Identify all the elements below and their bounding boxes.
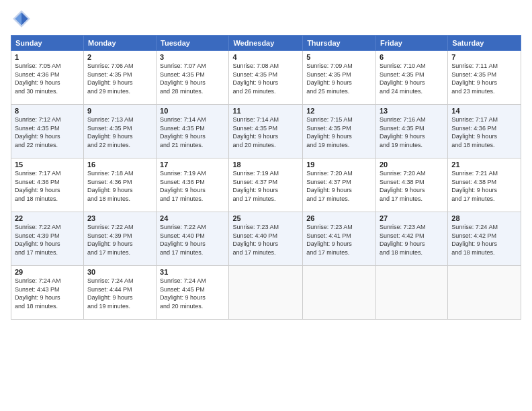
week-row-4: 22Sunrise: 7:22 AMSunset: 4:39 PMDayligh…: [11, 212, 521, 266]
day-cell: 20Sunrise: 7:20 AMSunset: 4:38 PMDayligh…: [375, 158, 447, 212]
day-cell: [375, 266, 447, 320]
day-cell: 3Sunrise: 7:07 AMSunset: 4:35 PMDaylight…: [157, 51, 229, 105]
day-cell: 4Sunrise: 7:08 AMSunset: 4:35 PMDaylight…: [229, 51, 303, 105]
day-cell: 28Sunrise: 7:24 AMSunset: 4:42 PMDayligh…: [448, 212, 521, 266]
week-row-2: 8Sunrise: 7:12 AMSunset: 4:35 PMDaylight…: [11, 105, 521, 158]
col-header-sunday: Sunday: [11, 36, 84, 51]
page: SundayMondayTuesdayWednesdayThursdayFrid…: [0, 0, 532, 411]
day-info: Sunrise: 7:18 AMSunset: 4:36 PMDaylight:…: [87, 169, 152, 203]
day-info: Sunrise: 7:24 AMSunset: 4:42 PMDaylight:…: [451, 223, 517, 257]
day-cell: 12Sunrise: 7:15 AMSunset: 4:35 PMDayligh…: [303, 105, 376, 158]
col-header-thursday: Thursday: [303, 36, 376, 51]
day-cell: 6Sunrise: 7:10 AMSunset: 4:35 PMDaylight…: [375, 51, 447, 105]
day-info: Sunrise: 7:22 AMSunset: 4:39 PMDaylight:…: [15, 223, 80, 257]
day-number: 7: [451, 53, 517, 61]
day-cell: 1Sunrise: 7:05 AMSunset: 4:36 PMDaylight…: [11, 51, 84, 105]
day-info: Sunrise: 7:23 AMSunset: 4:42 PMDaylight:…: [380, 223, 444, 257]
day-info: Sunrise: 7:21 AMSunset: 4:38 PMDaylight:…: [451, 169, 517, 203]
day-cell: 18Sunrise: 7:19 AMSunset: 4:37 PMDayligh…: [229, 158, 303, 212]
col-header-monday: Monday: [83, 36, 156, 51]
day-cell: 17Sunrise: 7:19 AMSunset: 4:36 PMDayligh…: [157, 158, 229, 212]
day-number: 29: [15, 268, 80, 276]
day-number: 22: [15, 214, 80, 222]
day-cell: 26Sunrise: 7:23 AMSunset: 4:41 PMDayligh…: [303, 212, 376, 266]
day-number: 13: [380, 107, 444, 115]
col-header-friday: Friday: [375, 36, 447, 51]
day-number: 10: [160, 107, 225, 115]
day-cell: 23Sunrise: 7:22 AMSunset: 4:39 PMDayligh…: [83, 212, 156, 266]
day-info: Sunrise: 7:24 AMSunset: 4:45 PMDaylight:…: [160, 277, 225, 310]
day-cell: 2Sunrise: 7:06 AMSunset: 4:35 PMDaylight…: [83, 51, 156, 105]
day-cell: 31Sunrise: 7:24 AMSunset: 4:45 PMDayligh…: [157, 266, 229, 320]
day-number: 19: [306, 161, 372, 169]
calendar-table: SundayMondayTuesdayWednesdayThursdayFrid…: [11, 35, 521, 320]
day-number: 8: [15, 107, 80, 115]
day-cell: 15Sunrise: 7:17 AMSunset: 4:36 PMDayligh…: [11, 158, 84, 212]
day-cell: 19Sunrise: 7:20 AMSunset: 4:37 PMDayligh…: [303, 158, 376, 212]
day-info: Sunrise: 7:11 AMSunset: 4:35 PMDaylight:…: [451, 62, 517, 95]
day-info: Sunrise: 7:12 AMSunset: 4:35 PMDaylight:…: [15, 116, 80, 149]
day-number: 6: [380, 53, 444, 61]
day-info: Sunrise: 7:09 AMSunset: 4:35 PMDaylight:…: [306, 62, 372, 95]
day-cell: 30Sunrise: 7:24 AMSunset: 4:44 PMDayligh…: [83, 266, 156, 320]
day-cell: 5Sunrise: 7:09 AMSunset: 4:35 PMDaylight…: [303, 51, 376, 105]
day-number: 15: [15, 161, 80, 169]
day-number: 4: [232, 53, 299, 61]
day-number: 3: [160, 53, 225, 61]
day-number: 16: [87, 161, 152, 169]
day-info: Sunrise: 7:24 AMSunset: 4:44 PMDaylight:…: [87, 277, 152, 310]
day-cell: 22Sunrise: 7:22 AMSunset: 4:39 PMDayligh…: [11, 212, 84, 266]
day-cell: 16Sunrise: 7:18 AMSunset: 4:36 PMDayligh…: [83, 158, 156, 212]
day-number: 30: [87, 268, 152, 276]
day-cell: 24Sunrise: 7:22 AMSunset: 4:40 PMDayligh…: [157, 212, 229, 266]
day-number: 31: [160, 268, 225, 276]
day-cell: 10Sunrise: 7:14 AMSunset: 4:35 PMDayligh…: [157, 105, 229, 158]
logo-icon: [11, 8, 32, 30]
day-info: Sunrise: 7:24 AMSunset: 4:43 PMDaylight:…: [15, 277, 80, 310]
day-info: Sunrise: 7:22 AMSunset: 4:39 PMDaylight:…: [87, 223, 152, 257]
day-cell: [229, 266, 303, 320]
day-number: 14: [451, 107, 517, 115]
day-number: 11: [232, 107, 299, 115]
day-cell: [303, 266, 376, 320]
day-info: Sunrise: 7:16 AMSunset: 4:35 PMDaylight:…: [380, 116, 444, 149]
day-cell: 14Sunrise: 7:17 AMSunset: 4:36 PMDayligh…: [448, 105, 521, 158]
col-header-wednesday: Wednesday: [229, 36, 303, 51]
day-number: 2: [87, 53, 152, 61]
header: [11, 8, 521, 30]
day-cell: 21Sunrise: 7:21 AMSunset: 4:38 PMDayligh…: [448, 158, 521, 212]
day-number: 25: [232, 214, 299, 222]
day-number: 24: [160, 214, 225, 222]
day-info: Sunrise: 7:23 AMSunset: 4:40 PMDaylight:…: [232, 223, 299, 257]
day-number: 9: [87, 107, 152, 115]
day-info: Sunrise: 7:17 AMSunset: 4:36 PMDaylight:…: [15, 169, 80, 203]
day-cell: 8Sunrise: 7:12 AMSunset: 4:35 PMDaylight…: [11, 105, 84, 158]
day-number: 18: [232, 161, 299, 169]
day-cell: 11Sunrise: 7:14 AMSunset: 4:35 PMDayligh…: [229, 105, 303, 158]
day-cell: 27Sunrise: 7:23 AMSunset: 4:42 PMDayligh…: [375, 212, 447, 266]
day-info: Sunrise: 7:14 AMSunset: 4:35 PMDaylight:…: [160, 116, 225, 149]
day-info: Sunrise: 7:20 AMSunset: 4:38 PMDaylight:…: [380, 169, 444, 203]
logo: [11, 8, 35, 30]
day-number: 23: [87, 214, 152, 222]
day-info: Sunrise: 7:07 AMSunset: 4:35 PMDaylight:…: [160, 62, 225, 95]
day-cell: 7Sunrise: 7:11 AMSunset: 4:35 PMDaylight…: [448, 51, 521, 105]
week-row-1: 1Sunrise: 7:05 AMSunset: 4:36 PMDaylight…: [11, 51, 521, 105]
day-number: 1: [15, 53, 80, 61]
week-row-3: 15Sunrise: 7:17 AMSunset: 4:36 PMDayligh…: [11, 158, 521, 212]
day-info: Sunrise: 7:08 AMSunset: 4:35 PMDaylight:…: [232, 62, 299, 95]
day-info: Sunrise: 7:19 AMSunset: 4:36 PMDaylight:…: [160, 169, 225, 203]
week-row-5: 29Sunrise: 7:24 AMSunset: 4:43 PMDayligh…: [11, 266, 521, 320]
day-info: Sunrise: 7:19 AMSunset: 4:37 PMDaylight:…: [232, 169, 299, 203]
day-info: Sunrise: 7:23 AMSunset: 4:41 PMDaylight:…: [306, 223, 372, 257]
day-number: 5: [306, 53, 372, 61]
calendar-body: 1Sunrise: 7:05 AMSunset: 4:36 PMDaylight…: [11, 51, 521, 320]
day-cell: 29Sunrise: 7:24 AMSunset: 4:43 PMDayligh…: [11, 266, 84, 320]
day-cell: [448, 266, 521, 320]
day-info: Sunrise: 7:13 AMSunset: 4:35 PMDaylight:…: [87, 116, 152, 149]
day-info: Sunrise: 7:05 AMSunset: 4:36 PMDaylight:…: [15, 62, 80, 95]
day-info: Sunrise: 7:20 AMSunset: 4:37 PMDaylight:…: [306, 169, 372, 203]
day-number: 28: [451, 214, 517, 222]
col-header-saturday: Saturday: [448, 36, 521, 51]
day-number: 21: [451, 161, 517, 169]
